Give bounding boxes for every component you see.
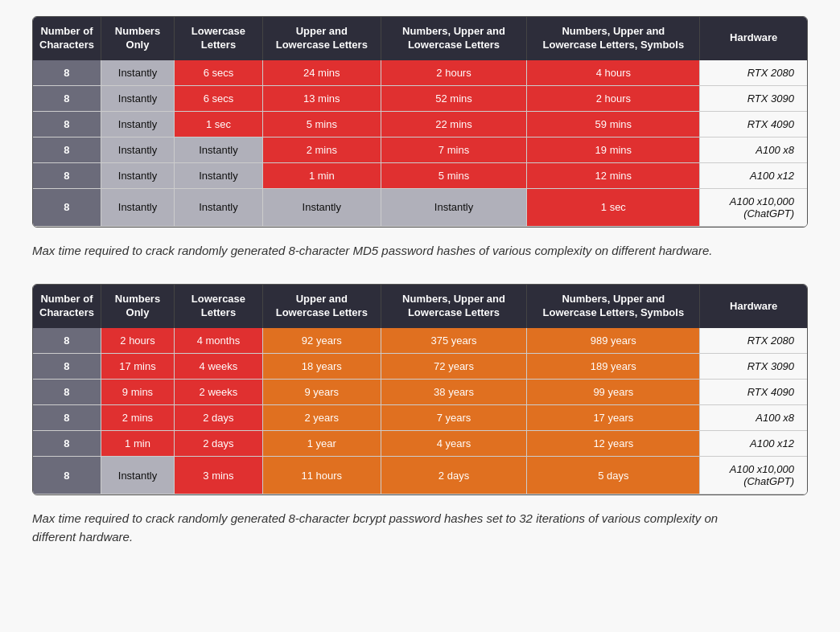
table-cell: 2 hours [101,328,174,354]
table-cell: 2 mins [262,137,381,162]
table-cell: 2 days [381,457,527,495]
table-row-num: 8 [33,137,101,162]
bcrypt-header-numbers-upper-lower: Numbers, Upper and Lowercase Letters [381,285,527,328]
table-row-num: 8 [33,354,101,380]
table-cell: Instantly [101,85,174,111]
table-cell: 24 mins [262,60,381,86]
table-cell: 2 days [175,405,263,431]
table-row-num: 8 [33,380,101,405]
table-cell: 1 sec [175,111,263,137]
hardware-cell: RTX 3090 [700,85,807,111]
table-cell: 4 years [381,431,527,457]
table-cell: Instantly [101,188,174,226]
table-row-num: 8 [33,111,101,137]
bcrypt-header-num: Number of Characters [33,285,101,328]
md5-header-symbols: Numbers, Upper and Lowercase Letters, Sy… [527,17,700,60]
table-cell: 18 years [262,354,381,380]
table-row-num: 8 [33,457,101,495]
table-cell: 9 years [262,380,381,405]
table-cell: 7 years [381,405,527,431]
hardware-cell: RTX 2080 [700,328,807,354]
table-cell: 1 year [262,431,381,457]
table-cell: 2 days [175,431,263,457]
md5-header-num: Number of Characters [33,17,101,60]
table-cell: 1 min [101,431,174,457]
table-cell: 12 mins [527,162,700,188]
hardware-cell: A100 x12 [700,162,807,188]
table-cell: 6 secs [175,60,263,86]
md5-header-hardware: Hardware [700,17,807,60]
table-cell: 189 years [527,354,700,380]
table-cell: 17 mins [101,354,174,380]
bcrypt-section: Number of Characters Numbers Only Lowerc… [32,284,808,546]
hardware-cell: RTX 3090 [700,354,807,380]
table-cell: 52 mins [381,85,527,111]
table-cell: 375 years [381,328,527,354]
hardware-cell: A100 x10,000 (ChatGPT) [700,188,807,226]
table-cell: Instantly [175,188,263,226]
md5-header-upper-lower: Upper and Lowercase Letters [262,17,381,60]
table-cell: Instantly [101,162,174,188]
table-cell: 5 mins [381,162,527,188]
table-cell: 17 years [527,405,700,431]
md5-header-numbers-only: Numbers Only [101,17,174,60]
hardware-cell: RTX 4090 [700,111,807,137]
bcrypt-header-numbers-only: Numbers Only [101,285,174,328]
bcrypt-header-symbols: Numbers, Upper and Lowercase Letters, Sy… [527,285,700,328]
table-row-num: 8 [33,188,101,226]
table-cell: Instantly [101,457,174,495]
table-row-num: 8 [33,405,101,431]
table-cell: 92 years [262,328,381,354]
md5-table: Number of Characters Numbers Only Lowerc… [33,17,807,227]
table-cell: 19 mins [527,137,700,162]
table-cell: Instantly [175,137,263,162]
table-cell: 99 years [527,380,700,405]
table-row-num: 8 [33,162,101,188]
bcrypt-header-lowercase: Lowercase Letters [175,285,263,328]
md5-caption: Max time required to crack randomly gene… [32,242,756,261]
table-cell: 5 days [527,457,700,495]
bcrypt-caption: Max time required to crack randomly gene… [32,510,756,546]
table-cell: 11 hours [262,457,381,495]
table-cell: 5 mins [262,111,381,137]
table-cell: 38 years [381,380,527,405]
bcrypt-table: Number of Characters Numbers Only Lowerc… [33,285,807,495]
bcrypt-table-wrapper: Number of Characters Numbers Only Lowerc… [32,284,808,495]
table-cell: 2 hours [381,60,527,86]
table-row-num: 8 [33,431,101,457]
md5-header-numbers-upper-lower: Numbers, Upper and Lowercase Letters [381,17,527,60]
hardware-cell: A100 x8 [700,137,807,162]
table-row-num: 8 [33,328,101,354]
table-cell: Instantly [101,111,174,137]
table-cell: 59 mins [527,111,700,137]
table-cell: 989 years [527,328,700,354]
table-cell: 4 hours [527,60,700,86]
table-cell: 2 years [262,405,381,431]
table-cell: 3 mins [175,457,263,495]
table-cell: 1 sec [527,188,700,226]
bcrypt-header-hardware: Hardware [700,285,807,328]
hardware-cell: A100 x8 [700,405,807,431]
table-cell: 6 secs [175,85,263,111]
table-cell: 2 weeks [175,380,263,405]
table-row-num: 8 [33,85,101,111]
table-cell: Instantly [175,162,263,188]
table-cell: Instantly [262,188,381,226]
table-cell: 13 mins [262,85,381,111]
table-cell: 7 mins [381,137,527,162]
table-cell: 12 years [527,431,700,457]
md5-header-lowercase: Lowercase Letters [175,17,263,60]
md5-section: Number of Characters Numbers Only Lowerc… [32,16,808,260]
table-cell: 2 hours [527,85,700,111]
table-cell: Instantly [101,60,174,86]
table-cell: 4 weeks [175,354,263,380]
table-cell: 4 months [175,328,263,354]
hardware-cell: RTX 2080 [700,60,807,86]
table-cell: 9 mins [101,380,174,405]
md5-table-wrapper: Number of Characters Numbers Only Lowerc… [32,16,808,228]
hardware-cell: A100 x12 [700,431,807,457]
table-cell: 72 years [381,354,527,380]
table-cell: 2 mins [101,405,174,431]
hardware-cell: A100 x10,000 (ChatGPT) [700,457,807,495]
table-cell: Instantly [381,188,527,226]
